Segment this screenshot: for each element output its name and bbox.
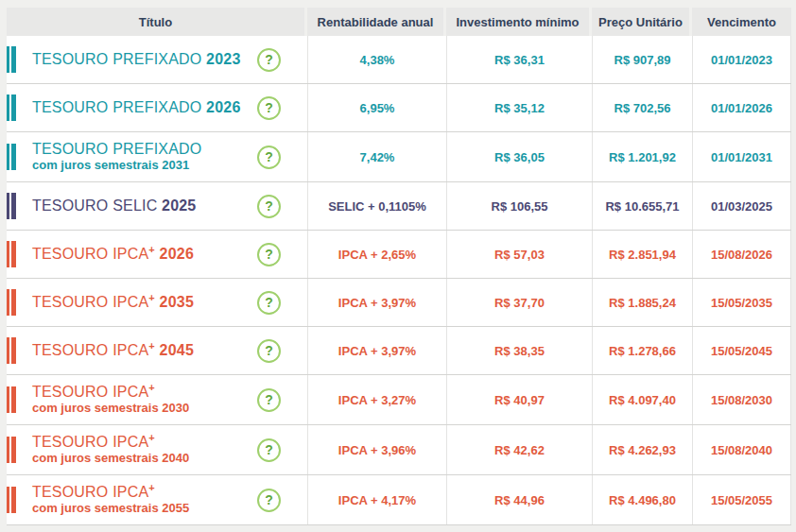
- bond-color-bar: [7, 94, 16, 121]
- bond-color-bar: [7, 144, 16, 170]
- table-row[interactable]: TESOURO IPCA+ com juros semestrais 2030 …: [7, 375, 791, 425]
- bond-color-bar: [7, 241, 16, 267]
- header-investimento-minimo: Investimento mínimo: [446, 8, 592, 36]
- unit-price-value: R$ 10.655,71: [592, 182, 692, 230]
- help-icon[interactable]: ?: [257, 146, 281, 169]
- min-investment-value: R$ 37,70: [446, 279, 592, 326]
- bond-color-bar: [7, 289, 16, 316]
- title-cell: TESOURO IPCA+ 2035 ?: [7, 279, 307, 326]
- title-cell: TESOURO IPCA+ com juros semestrais 2055 …: [7, 475, 307, 524]
- bond-title: TESOURO PREFIXADO 2026: [32, 99, 241, 116]
- table-row[interactable]: TESOURO PREFIXADO 2026 ? 6,95% R$ 35,12 …: [7, 84, 791, 132]
- title-cell: TESOURO IPCA+ com juros semestrais 2040 …: [7, 425, 307, 474]
- annual-rate-value: 4,38%: [307, 36, 446, 83]
- unit-price-value: R$ 1.278,66: [592, 327, 692, 374]
- unit-price-value: R$ 1.885,24: [592, 279, 692, 326]
- bond-title: TESOURO IPCA+ com juros semestrais 2040: [32, 434, 189, 465]
- annual-rate-value: 7,42%: [307, 132, 446, 181]
- annual-rate-value: IPCA + 3,96%: [307, 425, 446, 474]
- help-icon[interactable]: ?: [257, 388, 281, 412]
- bond-title: TESOURO IPCA+ com juros semestrais 2055: [32, 484, 189, 515]
- bond-color-bar: [7, 337, 16, 364]
- maturity-date-value: 01/01/2023: [692, 36, 791, 83]
- header-rentabilidade-anual: Rentabilidade anual: [307, 8, 446, 36]
- min-investment-value: R$ 36,05: [446, 132, 592, 181]
- bond-color-bar: [7, 193, 16, 219]
- min-investment-value: R$ 44,96: [446, 475, 592, 524]
- maturity-date-value: 01/01/2026: [692, 84, 791, 131]
- title-cell: TESOURO SELIC 2025 ?: [7, 182, 307, 230]
- header-titulo: Título: [7, 8, 307, 36]
- unit-price-value: R$ 702,56: [592, 84, 692, 131]
- help-icon[interactable]: ?: [257, 489, 281, 512]
- maturity-date-value: 15/08/2040: [692, 425, 791, 474]
- table-row[interactable]: TESOURO IPCA+ 2026 ? IPCA + 2,65% R$ 57,…: [7, 231, 791, 279]
- bond-title: TESOURO PREFIXADO com juros semestrais 2…: [32, 141, 201, 172]
- bond-title: TESOURO IPCA+ 2045: [32, 342, 194, 359]
- unit-price-value: R$ 4.097,40: [592, 375, 692, 424]
- unit-price-value: R$ 907,89: [592, 36, 692, 83]
- bond-color-bar: [7, 487, 16, 513]
- min-investment-value: R$ 38,35: [446, 327, 592, 374]
- help-icon[interactable]: ?: [257, 96, 281, 120]
- table-row[interactable]: TESOURO IPCA+ 2045 ? IPCA + 3,97% R$ 38,…: [7, 327, 791, 375]
- annual-rate-value: IPCA + 2,65%: [307, 231, 446, 278]
- bond-title: TESOURO IPCA+ com juros semestrais 2030: [32, 384, 189, 415]
- table-row[interactable]: TESOURO SELIC 2025 ? SELIC + 0,1105% R$ …: [7, 182, 791, 231]
- title-cell: TESOURO PREFIXADO 2026 ?: [7, 84, 307, 131]
- bond-color-bar: [7, 437, 16, 463]
- help-icon[interactable]: ?: [257, 291, 281, 315]
- title-cell: TESOURO IPCA+ 2026 ?: [7, 231, 307, 278]
- maturity-date-value: 01/01/2031: [692, 132, 791, 181]
- table-header: Título Rentabilidade anual Investimento …: [7, 8, 791, 36]
- table-row[interactable]: TESOURO IPCA+ com juros semestrais 2055 …: [7, 475, 791, 525]
- help-icon[interactable]: ?: [257, 243, 281, 266]
- bond-title: TESOURO SELIC 2025: [32, 197, 196, 215]
- bond-color-bar: [7, 46, 16, 73]
- help-icon[interactable]: ?: [257, 195, 281, 218]
- bond-color-bar: [7, 386, 16, 413]
- title-cell: TESOURO PREFIXADO com juros semestrais 2…: [7, 132, 307, 181]
- annual-rate-value: IPCA + 3,97%: [307, 327, 446, 374]
- title-cell: TESOURO PREFIXADO 2023 ?: [7, 36, 307, 83]
- bond-table: Título Rentabilidade anual Investimento …: [7, 8, 791, 525]
- annual-rate-value: IPCA + 4,17%: [307, 475, 446, 524]
- bond-title: TESOURO IPCA+ 2035: [32, 294, 194, 311]
- maturity-date-value: 15/05/2055: [692, 475, 791, 524]
- help-icon[interactable]: ?: [257, 438, 281, 462]
- table-row[interactable]: TESOURO IPCA+ com juros semestrais 2040 …: [7, 425, 791, 475]
- min-investment-value: R$ 106,55: [446, 182, 592, 230]
- maturity-date-value: 15/08/2030: [692, 375, 791, 424]
- unit-price-value: R$ 1.201,92: [592, 132, 692, 181]
- min-investment-value: R$ 35,12: [446, 84, 592, 131]
- help-icon[interactable]: ?: [257, 339, 281, 363]
- min-investment-value: R$ 36,31: [446, 36, 592, 83]
- title-cell: TESOURO IPCA+ com juros semestrais 2030 …: [7, 375, 307, 424]
- bond-title: TESOURO PREFIXADO 2023: [32, 51, 241, 68]
- header-vencimento: Vencimento: [692, 8, 791, 36]
- maturity-date-value: 01/03/2025: [692, 182, 791, 230]
- table-row[interactable]: TESOURO PREFIXADO 2023 ? 4,38% R$ 36,31 …: [7, 36, 791, 84]
- maturity-date-value: 15/08/2026: [692, 231, 791, 278]
- table-row[interactable]: TESOURO IPCA+ 2035 ? IPCA + 3,97% R$ 37,…: [7, 279, 791, 327]
- annual-rate-value: 6,95%: [307, 84, 446, 131]
- min-investment-value: R$ 42,62: [446, 425, 592, 474]
- annual-rate-value: SELIC + 0,1105%: [307, 182, 446, 230]
- unit-price-value: R$ 4.496,80: [592, 475, 692, 524]
- bond-title: TESOURO IPCA+ 2026: [32, 246, 194, 263]
- min-investment-value: R$ 57,03: [446, 231, 592, 278]
- maturity-date-value: 15/05/2035: [692, 279, 791, 326]
- unit-price-value: R$ 4.262,93: [592, 425, 692, 474]
- help-icon[interactable]: ?: [257, 48, 281, 72]
- annual-rate-value: IPCA + 3,27%: [307, 375, 446, 424]
- annual-rate-value: IPCA + 3,97%: [307, 279, 446, 326]
- maturity-date-value: 15/05/2045: [692, 327, 791, 374]
- unit-price-value: R$ 2.851,94: [592, 231, 692, 278]
- title-cell: TESOURO IPCA+ 2045 ?: [7, 327, 307, 374]
- min-investment-value: R$ 40,97: [446, 375, 592, 424]
- table-row[interactable]: TESOURO PREFIXADO com juros semestrais 2…: [7, 132, 791, 182]
- table-body: TESOURO PREFIXADO 2023 ? 4,38% R$ 36,31 …: [7, 36, 791, 525]
- header-preco-unitario: Preço Unitário: [592, 8, 692, 36]
